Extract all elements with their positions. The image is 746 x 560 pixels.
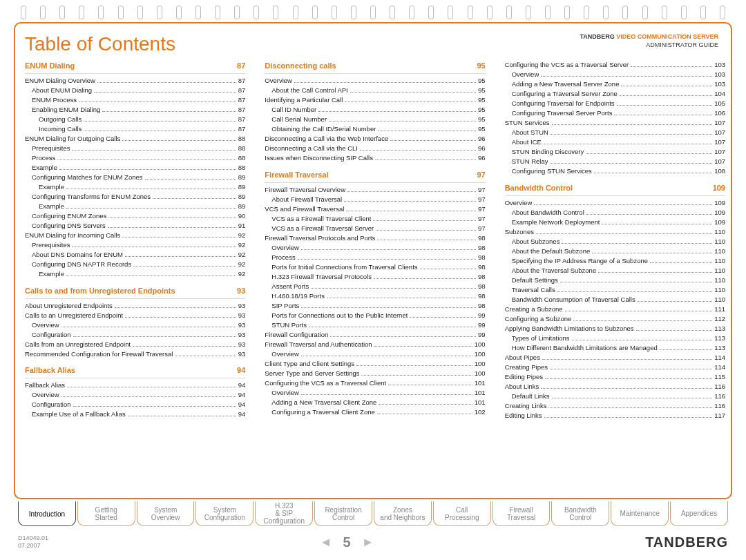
- toc-entry[interactable]: STUN Relay107: [505, 157, 725, 166]
- toc-entry[interactable]: Configuring DNS Servers91: [25, 222, 245, 231]
- toc-entry[interactable]: VCS and Firewall Traversal97: [265, 205, 485, 214]
- toc-entry[interactable]: Incoming Calls87: [25, 125, 245, 134]
- nav-tab[interactable]: FirewallTraversal: [492, 501, 551, 526]
- toc-entry[interactable]: Firewall Traversal Overview97: [265, 186, 485, 195]
- toc-entry[interactable]: Firewall Traversal and Authentication100: [265, 340, 485, 349]
- toc-entry[interactable]: Example92: [25, 270, 245, 279]
- toc-entry[interactable]: Calls from an Unregistered Endpoint93: [25, 340, 245, 349]
- toc-entry[interactable]: Configuring the VCS as a Traversal Serve…: [505, 61, 725, 70]
- toc-entry[interactable]: Overview101: [265, 389, 485, 398]
- toc-entry[interactable]: About STUN107: [505, 128, 725, 137]
- toc-entry[interactable]: Client Type and Client Settings100: [265, 360, 485, 369]
- toc-entry[interactable]: Example Network Deployment109: [505, 218, 725, 227]
- toc-entry[interactable]: Configuring DNS NAPTR Records92: [25, 260, 245, 269]
- toc-entry[interactable]: How Different Bandwidth Limitations are …: [505, 344, 725, 353]
- toc-section-head[interactable]: Bandwidth Control109: [505, 183, 725, 196]
- toc-entry[interactable]: Overview100: [265, 350, 485, 359]
- toc-entry[interactable]: Identifying a Particular Call95: [265, 96, 485, 105]
- toc-entry[interactable]: Overview93: [25, 321, 245, 330]
- toc-entry[interactable]: Example Use of a Fallback Alias94: [25, 410, 245, 419]
- nav-tab[interactable]: H.323& SIP Configuration: [255, 501, 313, 526]
- nav-tab[interactable]: Appendices: [670, 501, 728, 526]
- toc-entry[interactable]: Creating Pipes114: [505, 363, 725, 372]
- toc-entry[interactable]: ENUM Process87: [25, 96, 245, 105]
- toc-entry[interactable]: Calls to an Unregistered Endpoint93: [25, 311, 245, 320]
- toc-entry[interactable]: About DNS Domains for ENUM92: [25, 251, 245, 260]
- toc-entry[interactable]: Server Type and Server Settings100: [265, 369, 485, 378]
- toc-entry[interactable]: Disconnecting a Call via the Web Interfa…: [265, 135, 485, 144]
- toc-entry[interactable]: Ports for Initial Connections from Trave…: [265, 263, 485, 272]
- toc-entry[interactable]: Example89: [25, 183, 245, 192]
- toc-entry[interactable]: Call ID Number95: [265, 106, 485, 115]
- toc-entry[interactable]: Configuring Matches for ENUM Zones89: [25, 173, 245, 182]
- toc-entry[interactable]: ENUM Dialing Overview87: [25, 77, 245, 86]
- toc-entry[interactable]: VCS as a Firewall Traversal Server97: [265, 224, 485, 233]
- toc-entry[interactable]: Configuration94: [25, 400, 245, 409]
- nav-tab[interactable]: RegistrationControl: [314, 501, 372, 526]
- toc-entry[interactable]: Types of Limitations113: [505, 334, 725, 343]
- toc-entry[interactable]: Prerequisites88: [25, 144, 245, 153]
- nav-tab[interactable]: SystemConfiguration: [195, 501, 254, 526]
- toc-entry[interactable]: Adding a New Traversal Server Zone103: [505, 80, 725, 89]
- nav-tab[interactable]: Maintenance: [611, 501, 669, 526]
- toc-entry[interactable]: Overview98: [265, 244, 485, 253]
- next-page-arrow-icon[interactable]: ►: [362, 535, 374, 550]
- toc-entry[interactable]: About the Call Control API95: [265, 86, 485, 95]
- nav-tab[interactable]: GettingStarted: [77, 501, 135, 526]
- toc-entry[interactable]: Specifying the IP Address Range of a Sub…: [505, 257, 725, 266]
- toc-entry[interactable]: Configuring Traversal Server Ports106: [505, 109, 725, 118]
- toc-entry[interactable]: Bandwidth Consumption of Traversal Calls…: [505, 296, 725, 305]
- toc-entry[interactable]: Configuring Traversal for Endpoints105: [505, 99, 725, 108]
- nav-tab[interactable]: CallProcessing: [433, 501, 491, 526]
- prev-page-arrow-icon[interactable]: ◄: [320, 535, 332, 550]
- toc-entry[interactable]: Overview94: [25, 391, 245, 400]
- toc-entry[interactable]: About Unregistered Endpoints93: [25, 302, 245, 311]
- toc-section-head[interactable]: Fallback Alias94: [25, 365, 245, 378]
- toc-entry[interactable]: H.323 Firewall Traversal Protocols98: [265, 273, 485, 282]
- toc-entry[interactable]: Enabling ENUM Dialing87: [25, 106, 245, 115]
- nav-tab[interactable]: Zonesand Neighbors: [374, 501, 432, 526]
- toc-entry[interactable]: Configuring the VCS as a Traversal Clien…: [265, 379, 485, 388]
- toc-entry[interactable]: Subzones110: [505, 228, 725, 237]
- toc-entry[interactable]: Configuration93: [25, 331, 245, 340]
- toc-entry[interactable]: SIP Ports98: [265, 302, 485, 311]
- toc-entry[interactable]: Adding a New Traversal Client Zone101: [265, 398, 485, 407]
- toc-entry[interactable]: Assent Ports98: [265, 282, 485, 291]
- toc-entry[interactable]: Overview103: [505, 70, 725, 79]
- toc-entry[interactable]: Firewall Configuration99: [265, 331, 485, 340]
- toc-entry[interactable]: About the Traversal Subzone110: [505, 267, 725, 276]
- toc-entry[interactable]: About Links116: [505, 383, 725, 392]
- toc-entry[interactable]: Disconnecting a Call via the CLI96: [265, 144, 485, 153]
- toc-entry[interactable]: Configuring a Traversal Server Zone104: [505, 90, 725, 99]
- toc-entry[interactable]: Recommended Configuration for Firewall T…: [25, 350, 245, 359]
- toc-entry[interactable]: Traversal Calls110: [505, 286, 725, 295]
- toc-entry[interactable]: Configuring Transforms for ENUM Zones89: [25, 193, 245, 202]
- toc-entry[interactable]: About ICE107: [505, 138, 725, 147]
- toc-section-head[interactable]: ENUM Dialing87: [25, 61, 245, 74]
- toc-entry[interactable]: Obtaining the Call ID/Serial Number95: [265, 125, 485, 134]
- toc-entry[interactable]: Overview109: [505, 199, 725, 208]
- toc-entry[interactable]: Creating a Subzone111: [505, 305, 725, 314]
- toc-section-head[interactable]: Calls to and from Unregistered Endpoints…: [25, 286, 245, 299]
- toc-entry[interactable]: STUN Services107: [505, 119, 725, 128]
- toc-entry[interactable]: STUN Ports99: [265, 321, 485, 330]
- toc-entry[interactable]: ENUM Dialing for Incoming Calls92: [25, 231, 245, 240]
- toc-section-head[interactable]: Disconnecting calls95: [265, 61, 485, 74]
- toc-entry[interactable]: Call Serial Number95: [265, 115, 485, 124]
- nav-tab[interactable]: SystemOverview: [137, 501, 195, 526]
- toc-entry[interactable]: About ENUM Dialing87: [25, 86, 245, 95]
- toc-entry[interactable]: Configuring a Traversal Client Zone102: [265, 408, 485, 417]
- toc-entry[interactable]: Applying Bandwidth Limitations to Subzon…: [505, 325, 725, 334]
- toc-entry[interactable]: Prerequisites92: [25, 241, 245, 250]
- toc-entry[interactable]: Process98: [265, 253, 485, 262]
- toc-entry[interactable]: Configuring STUN Services108: [505, 167, 725, 176]
- toc-entry[interactable]: Editing Links117: [505, 412, 725, 421]
- toc-entry[interactable]: STUN Binding Discovery107: [505, 148, 725, 157]
- toc-entry[interactable]: About Subzones110: [505, 238, 725, 247]
- toc-entry[interactable]: Creating Links116: [505, 402, 725, 411]
- toc-entry[interactable]: Firewall Traversal Protocols and Ports98: [265, 234, 485, 243]
- toc-entry[interactable]: About Firewall Traversal97: [265, 195, 485, 204]
- toc-entry[interactable]: Process88: [25, 154, 245, 163]
- toc-entry[interactable]: Default Links116: [505, 392, 725, 401]
- toc-entry[interactable]: Issues when Disconnecting SIP Calls96: [265, 154, 485, 163]
